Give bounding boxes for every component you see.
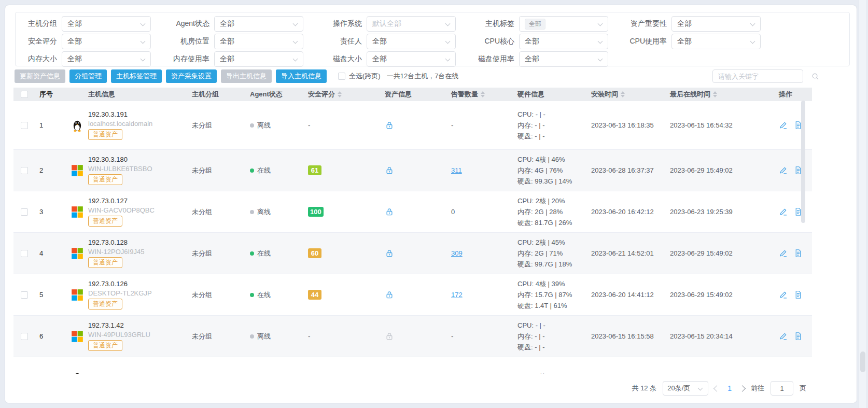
windows-os-icon (71, 205, 84, 219)
row-checkbox[interactable] (21, 167, 28, 174)
alarm-count-link[interactable]: 311 (451, 166, 462, 174)
host-info-cell: 192.73.0.128 WIN-12POJ6I9J45 普通资产 (63, 233, 192, 274)
export-host-info-button[interactable]: 导出主机信息 (221, 69, 272, 83)
column-header-install-time[interactable]: 安装时间 (591, 90, 670, 99)
column-header-alarm-count[interactable]: 告警数量 (451, 90, 517, 99)
filter-security-score-select[interactable]: 全部 (62, 34, 151, 49)
edit-host-icon[interactable] (779, 166, 788, 175)
filter-operating-system: 操作系统 默认全部 (325, 16, 477, 32)
edit-host-icon[interactable] (779, 249, 788, 258)
filter-host-group-select[interactable]: 全部 (62, 16, 151, 32)
goto-page-input[interactable] (771, 381, 793, 396)
select-all-checkbox-label[interactable]: 全选(跨页) (338, 72, 381, 81)
host-ip: 192.73.0.126 (88, 280, 152, 288)
asset-lock-icon[interactable] (385, 332, 394, 341)
filter-disk-usage-value: 全部 (525, 54, 539, 64)
asset-lock-icon[interactable] (385, 249, 394, 258)
chevron-down-icon (141, 57, 146, 62)
row-checkbox[interactable] (21, 333, 28, 340)
sort-icon[interactable] (713, 91, 717, 97)
page-scrollbar-track[interactable] (859, 0, 866, 408)
online-status-dot (250, 293, 254, 297)
hardware-info-cell: CPU: 4核 | 46%内存: 4G | 76%硬盘: 99.3G | 14% (517, 150, 591, 191)
agent-status-text: 在线 (257, 290, 271, 300)
filter-memory-usage-select[interactable]: 全部 (214, 51, 303, 67)
column-header-hardware-info: 硬件信息 (517, 90, 591, 99)
prev-page-icon[interactable] (713, 385, 720, 392)
page-size-value: 20条/页 (667, 384, 690, 393)
page-scrollbar-thumb[interactable] (860, 351, 865, 372)
table-scrollbar-thumb[interactable] (801, 101, 805, 223)
filter-room-location-select[interactable]: 全部 (214, 34, 303, 49)
filter-memory-size-select[interactable]: 全部 (62, 51, 151, 67)
host-tag-management-button[interactable]: 主机标签管理 (111, 69, 162, 83)
row-checkbox[interactable] (21, 250, 28, 257)
chevron-down-icon (750, 21, 755, 26)
filter-owner-select[interactable]: 全部 (367, 34, 456, 49)
asset-lock-icon[interactable] (385, 166, 394, 175)
operations-cell (779, 101, 812, 149)
agent-status-text: 离线 (257, 207, 271, 217)
host-detail-icon[interactable] (794, 290, 803, 299)
row-checkbox[interactable] (21, 122, 28, 129)
current-page-number[interactable]: 1 (725, 384, 734, 392)
column-header-security-score[interactable]: 安全评分 (308, 90, 385, 99)
host-detail-icon[interactable] (794, 249, 803, 258)
host-name: WIN-GACV0OP8QBC (88, 206, 155, 214)
filter-host-tag-select[interactable]: 全部 (519, 16, 608, 32)
hardware-info-cell: CPU: 2核 | 20%内存: 2G | 28%硬盘: 81.7G | 26% (517, 191, 591, 232)
select-all-checkbox[interactable] (338, 73, 345, 80)
host-row: 7 192.30.3.110 CPU: 2核 | 5% (13, 357, 812, 375)
edit-host-icon[interactable] (779, 290, 788, 299)
group-management-button[interactable]: 分组管理 (69, 69, 107, 83)
edit-host-icon[interactable] (779, 121, 788, 130)
alarm-count-cell (451, 357, 517, 375)
edit-host-icon[interactable] (779, 332, 788, 341)
row-index: 4 (35, 233, 63, 274)
update-asset-info-button[interactable]: 更新资产信息 (15, 69, 65, 83)
security-score-cell: - (308, 316, 385, 357)
filter-memory-usage-value: 全部 (220, 54, 234, 64)
last-online-time-cell: 2023-06-15 16:54:32 (670, 101, 779, 149)
asset-info-cell (385, 101, 451, 149)
filter-memory-size-value: 全部 (67, 54, 82, 64)
host-info-cell: 192.30.3.191 localhost.localdomain 普通资产 (63, 101, 192, 149)
filter-disk-usage-select[interactable]: 全部 (519, 51, 608, 67)
sort-icon[interactable] (621, 91, 625, 97)
host-row: 6 192.73.1.42 WIN-49PUL93GRLU 普通资产 未分组 离… (13, 316, 812, 357)
windows-os-icon (71, 330, 84, 343)
header-select-checkbox[interactable] (21, 91, 28, 98)
sort-icon[interactable] (338, 91, 342, 97)
row-checkbox[interactable] (21, 291, 28, 299)
column-header-last-online-time[interactable]: 最后在线时间 (670, 90, 779, 99)
sort-icon[interactable] (481, 91, 485, 97)
asset-lock-icon[interactable] (385, 207, 394, 217)
filter-cpu-usage-select[interactable]: 全部 (671, 34, 761, 49)
alarm-count-link[interactable]: 172 (451, 291, 463, 299)
filter-asset-importance-select[interactable]: 全部 (671, 16, 761, 32)
filter-cpu-cores-select[interactable]: 全部 (519, 34, 608, 49)
next-page-icon[interactable] (739, 385, 746, 392)
import-host-info-button[interactable]: 导入主机信息 (276, 69, 327, 83)
last-online-time-cell: 2023-06-29 15:49:02 (670, 233, 779, 274)
filter-operating-system-select[interactable]: 默认全部 (367, 16, 456, 32)
page-size-select[interactable]: 20条/页 (663, 381, 708, 396)
asset-lock-icon[interactable] (385, 121, 394, 130)
filter-disk-size-select[interactable]: 全部 (367, 51, 456, 67)
filter-agent-status-select[interactable]: 全部 (214, 16, 303, 32)
edit-host-icon[interactable] (779, 207, 788, 216)
asset-collection-settings-button[interactable]: 资产采集设置 (166, 69, 217, 83)
row-checkbox-cell (13, 357, 35, 375)
host-detail-icon[interactable] (794, 332, 803, 341)
host-group-cell: 未分组 (192, 274, 250, 315)
search-input[interactable] (713, 73, 811, 80)
alarm-count-link[interactable]: 309 (451, 249, 463, 257)
hardware-info-cell: CPU: - | -内存: - | -硬盘: - | - (517, 101, 591, 149)
search-icon[interactable] (811, 73, 819, 80)
toolbar: 更新资产信息分组管理主机标签管理资产采集设置导出主机信息导入主机信息 全选(跨页… (15, 69, 847, 83)
install-time-cell: 2023-06-20 14:41:12 (591, 274, 670, 315)
asset-lock-icon[interactable] (385, 290, 394, 300)
asset-info-cell (385, 316, 451, 357)
security-score-cell: 100 (308, 191, 385, 232)
row-checkbox[interactable] (21, 208, 28, 216)
